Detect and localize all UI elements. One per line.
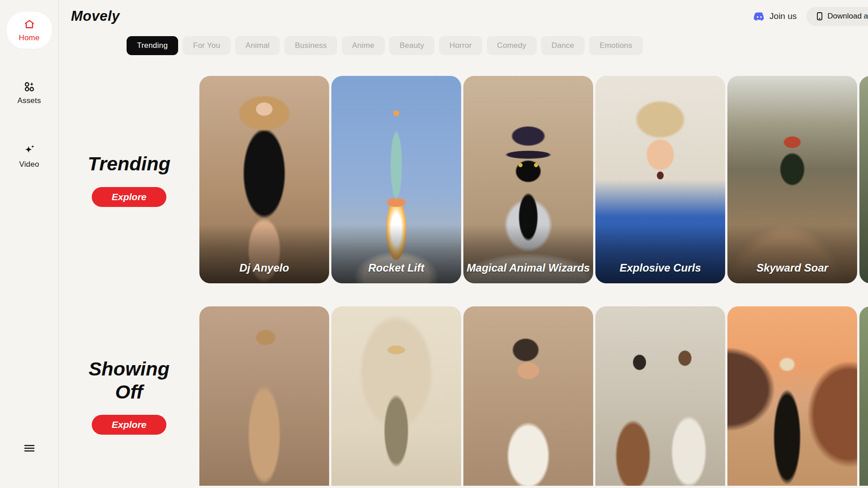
tab-beauty[interactable]: Beauty [389,36,434,55]
video-card[interactable] [595,306,725,486]
discord-icon [753,10,765,23]
card-title: Dj Anyelo [240,262,289,274]
topbar-actions: Join us Download app Sta [753,6,868,27]
topbar: Movely Join us Download app [59,0,868,33]
join-us-link[interactable]: Join us [753,10,797,23]
download-app-button[interactable]: Download app [807,7,868,26]
download-app-label: Download app [827,12,868,21]
tab-trending[interactable]: Trending [127,36,178,55]
showing-off-card-track [199,306,868,486]
app-logo: Movely [71,8,120,24]
sidebar-item-video[interactable]: Video [19,143,39,169]
tab-emotions[interactable]: Emotions [589,36,642,55]
tab-animal[interactable]: Animal [235,36,280,55]
explore-button[interactable]: Explore [92,187,166,207]
card-title: Explosive Curls [619,262,701,274]
assets-icon [23,80,36,93]
section-title: Trending [88,152,170,175]
card-title: Magical Animal Wizards [467,262,590,274]
section-trending-info: Trending Explore [59,76,199,283]
tab-comedy[interactable]: Comedy [487,36,537,55]
card-title-overlay: Dj Anyelo [199,225,329,283]
card-title-overlay: Rocket Lift [331,225,461,283]
card-title-overlay: Skyward Soar [727,225,857,283]
tab-business[interactable]: Business [284,36,337,55]
video-card[interactable] [727,306,857,486]
explore-button[interactable]: Explore [92,415,166,435]
video-card[interactable]: Dj Anyelo [199,76,329,283]
category-tabs: Trending For You Animal Business Anime B… [59,33,868,55]
section-title: Showing Off [77,357,181,403]
tab-for-you[interactable]: For You [183,36,231,55]
showing-off-carousel [199,306,868,486]
sidebar: Home Assets Video [0,0,59,488]
sidebar-item-home[interactable]: Home [7,12,52,49]
hamburger-menu-icon[interactable] [21,441,38,455]
video-card[interactable] [199,306,329,486]
section-showing-off-info: Showing Off Explore [59,306,199,486]
section-showing-off: Showing Off Explore [59,306,868,486]
sidebar-item-label: Home [19,33,39,42]
sidebar-item-label: Video [19,160,39,169]
card-title-overlay: Magical Animal Wizards [463,225,593,283]
phone-icon [816,12,824,21]
tab-anime[interactable]: Anime [342,36,385,55]
card-title-overlay: Explosive Curls [595,225,725,283]
video-card[interactable]: Magical Animal Wizards [463,76,593,283]
tab-horror[interactable]: Horror [439,36,482,55]
video-card[interactable]: Rocket Lift [331,76,461,283]
main-content: Movely Join us Download app [59,0,868,488]
trending-carousel: Dj Anyelo Rocket Lift Magical Animal Wiz… [199,76,868,283]
video-card[interactable] [331,306,461,486]
video-card-partial[interactable] [859,76,868,283]
sidebar-item-label: Assets [17,96,41,105]
join-us-label: Join us [769,11,797,21]
video-card-partial[interactable] [859,306,868,486]
home-icon [23,18,36,31]
card-title: Rocket Lift [368,262,424,274]
card-title: Skyward Soar [756,262,828,274]
video-card[interactable]: Explosive Curls [595,76,725,283]
section-trending: Trending Explore Dj Anyelo Rocket Lift M… [59,76,868,283]
trending-card-track: Dj Anyelo Rocket Lift Magical Animal Wiz… [199,76,868,283]
video-card[interactable] [463,306,593,486]
video-card[interactable]: Skyward Soar [727,76,857,283]
video-sparkle-icon [23,143,36,157]
tab-dance[interactable]: Dance [541,36,585,55]
sidebar-item-assets[interactable]: Assets [17,80,41,105]
